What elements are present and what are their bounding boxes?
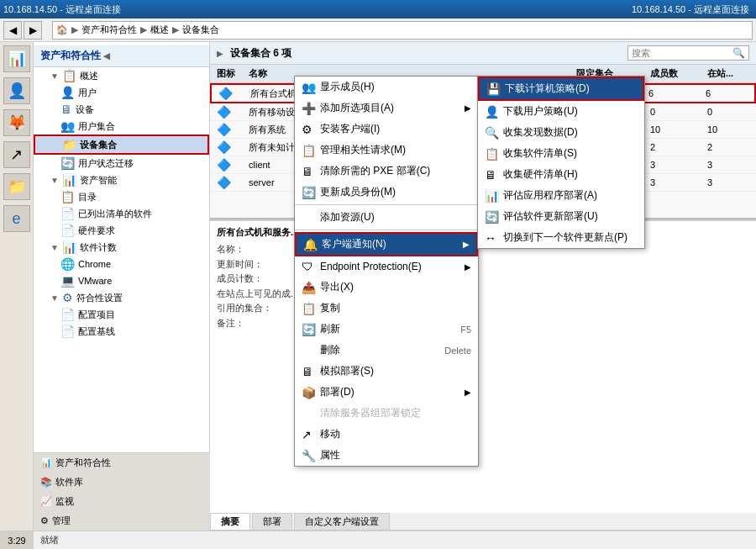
nav-item-listed-software[interactable]: 📄 已列出清单的软件 [34, 205, 209, 222]
back-button[interactable]: ◀ [3, 21, 22, 40]
address-bar: 🏠 ▶ 资产和符合性 ▶ 概述 ▶ 设备集合 [52, 21, 753, 40]
search-box[interactable]: 🔍 [627, 45, 749, 61]
ctx-export[interactable]: 📤 导出(X) [295, 277, 478, 298]
download-machine-icon: 💾 [486, 82, 500, 96]
nav-item-chrome[interactable]: 🌐 Chrome [34, 256, 209, 272]
nav-item-device-collections[interactable]: 📁 设备集合 [34, 135, 209, 155]
add-item-icon: ➕ [302, 102, 315, 115]
sub-ctx-download-user[interactable]: 👤 下载用户策略(U) [478, 101, 644, 122]
ctx-install-client[interactable]: ⚙ 安装客户端(I) [295, 119, 478, 140]
icon-bar-arrow[interactable]: ↗ [3, 141, 30, 168]
ctx-copy[interactable]: 📋 复制 [295, 298, 478, 319]
nav-item-catalog[interactable]: 📋 目录 [34, 188, 209, 205]
context-menu: 👥 显示成员(H) ➕ 添加所选项目(A) ▶ ⚙ 安装客户端(I) 📋 管理相… [294, 76, 479, 467]
nav-footer-monitor[interactable]: 📈监视 [34, 492, 210, 511]
ctx-delete[interactable]: 删除 Delete [295, 340, 478, 361]
ctx-endpoint[interactable]: 🛡 Endpoint Protection(E) ▶ [295, 256, 478, 277]
nav-item-config-baseline[interactable]: 📄 配置基线 [34, 323, 209, 340]
tab-summary[interactable]: 摘要 [210, 513, 250, 530]
row-online: 3 [707, 177, 749, 187]
ctx-add-item[interactable]: ➕ 添加所选项目(A) ▶ [295, 98, 478, 119]
clear-pxe-icon: 🖥 [302, 165, 315, 178]
nav-item-vmware[interactable]: 💻 VMware [34, 272, 209, 289]
nav-item-config-items[interactable]: 📄 配置项目 [34, 306, 209, 323]
row-online: 6 [706, 88, 748, 98]
nav-item-software-count[interactable]: ▼ 📊 软件计数 [34, 239, 209, 256]
endpoint-arrow: ▶ [465, 262, 471, 272]
row-online: 3 [707, 160, 749, 170]
nav-item-compliance[interactable]: ▼ ⚙ 符合性设置 [34, 289, 209, 306]
time-label: 3:29 [8, 536, 25, 546]
nav-item-devices[interactable]: 🖥 设备 [34, 101, 209, 118]
nav-footer-software[interactable]: 📚软件库 [34, 472, 210, 492]
ctx-clear-pxe[interactable]: 🖥 清除所需的 PXE 部署(C) [295, 161, 478, 182]
sub-ctx-switch-update[interactable]: ↔ 切换到下一个软件更新点(P) [478, 227, 644, 248]
sub-ctx-collect-hardware[interactable]: 🖥 收集硬件清单(H) [478, 164, 644, 185]
icon-bar-fox[interactable]: 🦊 [3, 109, 30, 136]
ctx-update-member[interactable]: 🔄 更新成员身份(M) [295, 182, 478, 203]
forward-button[interactable]: ▶ [24, 21, 42, 40]
simulate-icon: 🖥 [302, 365, 315, 378]
search-input[interactable] [632, 48, 732, 58]
ctx-move[interactable]: ↗ 移动 [295, 424, 478, 445]
nav-item-user-migration[interactable]: 🔄 用户状态迁移 [34, 155, 209, 172]
nav-footer-manage[interactable]: ⚙管理 [34, 511, 210, 531]
nav-item-intelligence[interactable]: ▼ 📊 资产智能 [34, 172, 209, 188]
toolbar: ◀ ▶ 🏠 ▶ 资产和符合性 ▶ 概述 ▶ 设备集合 [0, 18, 756, 42]
breadcrumb-part1[interactable]: 资产和符合性 [81, 24, 137, 36]
copy-icon: 📋 [302, 302, 315, 315]
sub-ctx-eval-app[interactable]: 📊 评估应用程序部署(A) [478, 185, 644, 206]
sub-ctx-collect-software[interactable]: 📋 收集软件清单(S) [478, 143, 644, 164]
ctx-properties[interactable]: 🔧 属性 [295, 445, 478, 466]
nav-item-user-collections[interactable]: 👥 用户集合 [34, 118, 209, 135]
show-members-icon: 👥 [302, 81, 315, 94]
window-title: 10.168.14.50 - 远程桌面连接 [3, 3, 121, 16]
sub-ctx-download-machine[interactable]: 💾 下载计算机策略(D) [478, 77, 644, 101]
tab-deploy[interactable]: 部署 [252, 513, 292, 530]
row-count: 2 [650, 142, 701, 152]
submenu-arrow: ▶ [465, 103, 471, 113]
ctx-clear-server[interactable]: 清除服务器组部署锁定 [295, 403, 478, 424]
nav-collapse-button[interactable]: ◀ [103, 51, 110, 61]
client-notify-icon: 🔔 [303, 238, 317, 251]
sub-ctx-collect-discovery[interactable]: 🔍 收集发现数据(D) [478, 122, 644, 143]
icon-bar-files[interactable]: 📁 [3, 173, 30, 200]
nav-item-overview[interactable]: ▼ 📋 概述 [34, 67, 209, 84]
install-client-icon: ⚙ [302, 123, 315, 136]
ctx-client-notify[interactable]: 🔔 客户端通知(N) ▶ [295, 232, 478, 256]
row-online: 2 [707, 142, 749, 152]
breadcrumb-icon: 🏠 [56, 24, 68, 35]
eval-app-icon: 📊 [485, 189, 498, 203]
col-count-header: 成员数 [650, 67, 701, 80]
ctx-show-members[interactable]: 👥 显示成员(H) [295, 77, 478, 98]
collect-discovery-icon: 🔍 [485, 126, 498, 140]
row-online: 0 [707, 107, 749, 117]
breadcrumb-part3[interactable]: 设备集合 [182, 24, 219, 36]
time-display: 3:29 [0, 531, 34, 549]
ctx-manage-relation[interactable]: 📋 管理相关性请求(M) [295, 140, 478, 161]
nav-item-users[interactable]: 👤 用户 [34, 84, 209, 101]
export-icon: 📤 [302, 281, 315, 294]
icon-bar-ie[interactable]: e [3, 205, 30, 232]
sub-ctx-eval-update[interactable]: 🔄 评估软件更新部署(U) [478, 206, 644, 227]
row-online: 10 [707, 124, 749, 135]
row-count: 3 [650, 160, 701, 170]
update-member-icon: 🔄 [302, 186, 315, 199]
nav-item-hardware-req[interactable]: 📄 硬件要求 [34, 222, 209, 239]
icon-bar-assets[interactable]: 📊 [3, 45, 30, 72]
ctx-refresh[interactable]: 🔄 刷新 F5 [295, 319, 478, 340]
breadcrumb-part2[interactable]: 概述 [150, 24, 169, 36]
row-count: 0 [650, 107, 701, 117]
ctx-add-resource[interactable]: 添加资源(U) [295, 207, 478, 228]
nav-footer-assets[interactable]: 📊资产和符合性 [34, 453, 210, 472]
icon-bar-user[interactable]: 👤 [3, 77, 30, 104]
nav-header: 资产和符合性 ◀ [34, 45, 209, 67]
deploy-arrow: ▶ [465, 388, 471, 397]
content-collapse-button[interactable]: ▶ [217, 49, 223, 58]
secondary-title: 10.168.14.50 - 远程桌面连接 [625, 0, 756, 18]
content-header: ▶ 设备集合 6 项 🔍 [210, 42, 756, 65]
tab-custom-client[interactable]: 自定义客户端设置 [294, 513, 390, 530]
ctx-simulate[interactable]: 🖥 模拟部署(S) [295, 361, 478, 382]
sub-context-menu: 💾 下载计算机策略(D) 👤 下载用户策略(U) 🔍 收集发现数据(D) 📋 收… [477, 76, 645, 249]
ctx-deploy[interactable]: 📦 部署(D) ▶ [295, 382, 478, 403]
